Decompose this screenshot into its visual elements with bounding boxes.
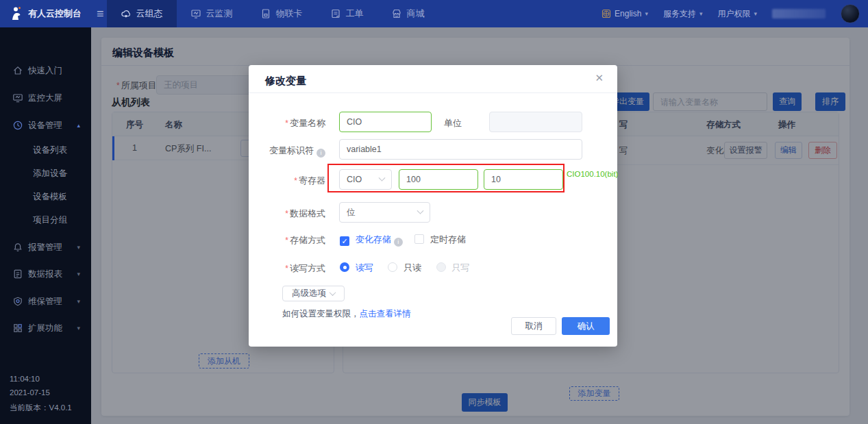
primary-nav: 云组态 云监测 物联卡 工单 — [107, 0, 438, 27]
register-bit-input[interactable] — [484, 169, 563, 190]
chevron-down-icon — [330, 289, 336, 296]
support-dropdown[interactable]: 服务支持 ▾ — [663, 8, 703, 20]
sidebar-item-device-management[interactable]: 设备管理 ▴ — [0, 118, 91, 133]
app-root: 有人云控制台 ≡ 云组态 云监测 物联卡 — [0, 0, 868, 424]
nav-tab-label: 云监测 — [206, 8, 233, 20]
nav-tab-work-order[interactable]: 工单 — [317, 0, 377, 27]
close-icon[interactable]: ✕ — [595, 72, 604, 84]
usr-person-logo-icon — [10, 6, 23, 21]
sidebar-item-label: 报警管理 — [28, 242, 62, 253]
permission-dropdown[interactable]: 用户权限 ▾ — [717, 8, 757, 20]
advanced-options-label: 高级选项 — [292, 288, 326, 299]
chevron-down-icon — [417, 207, 424, 214]
writeonly-radio-label: 只写 — [451, 262, 469, 273]
nav-tab-label: 商城 — [407, 8, 425, 20]
report-icon — [12, 269, 23, 279]
home-icon — [12, 65, 23, 76]
chevron-down-icon: ▾ — [77, 298, 80, 305]
nav-tab-iot-sim[interactable]: 物联卡 — [247, 0, 317, 27]
nav-tab-cloud-monitor[interactable]: 云监测 — [177, 0, 247, 27]
cloud-icon — [121, 8, 132, 19]
sidebar-subitem-project-group[interactable]: 项目分组 — [33, 214, 67, 226]
timed-storage-checkbox[interactable] — [414, 234, 424, 244]
sidebar-subitem-device-template[interactable]: 设备模板 — [33, 191, 67, 203]
sidebar-item-monitor-screen[interactable]: 监控大屏 — [0, 90, 91, 105]
work-order-icon — [330, 8, 341, 19]
chevron-down-icon — [379, 174, 386, 181]
writeonly-radio[interactable] — [436, 262, 446, 272]
mall-icon — [391, 8, 402, 19]
confirm-button[interactable]: 确认 — [562, 317, 610, 335]
change-storage-checkbox[interactable]: ✓ — [340, 236, 349, 246]
variable-name-input[interactable] — [339, 112, 432, 132]
top-navigation-bar: 有人云控制台 ≡ 云组态 云监测 物联卡 — [0, 0, 868, 27]
sidebar-item-extensions[interactable]: 扩展功能 ▾ — [0, 321, 91, 336]
chevron-down-icon: ▾ — [645, 10, 648, 17]
required-asterisk: * — [285, 209, 288, 219]
sidebar-subitem-add-device[interactable]: 添加设备 — [33, 168, 67, 179]
sidebar-subitem-device-list[interactable]: 设备列表 — [33, 145, 67, 156]
language-label: English — [615, 9, 641, 18]
extensions-grid-icon — [12, 323, 23, 334]
advanced-options-button[interactable]: 高级选项 — [282, 286, 345, 301]
data-format-select[interactable]: 位 — [339, 202, 430, 223]
shield-icon — [12, 296, 23, 307]
sidebar-item-maintenance[interactable]: 维保管理 ▾ — [0, 294, 91, 309]
readwrite-radio[interactable] — [340, 262, 349, 272]
nav-tab-cloud-scada[interactable]: 云组态 — [107, 0, 177, 27]
logo[interactable]: 有人云控制台 — [0, 6, 91, 21]
sidebar-item-label: 监控大屏 — [28, 92, 62, 104]
change-storage-label: 变化存储 — [356, 234, 391, 245]
cancel-button[interactable]: 取消 — [511, 317, 556, 335]
required-asterisk: * — [285, 236, 288, 245]
sidebar-item-alarm-management[interactable]: 报警管理 ▾ — [0, 240, 91, 255]
device-gauge-icon — [12, 120, 23, 131]
nav-tab-label: 物联卡 — [276, 8, 303, 20]
register-type-select[interactable]: CIO — [339, 169, 392, 190]
storage-options: ✓ 变化存储i 定时存储 — [340, 234, 466, 247]
chevron-down-icon: ▾ — [699, 10, 703, 17]
globe-icon — [602, 9, 611, 18]
readonly-radio[interactable] — [388, 262, 397, 272]
language-dropdown[interactable]: English ▾ — [602, 9, 648, 18]
sidebar-item-label: 数据报表 — [28, 269, 62, 280]
sidebar-item-label: 扩展功能 — [28, 323, 62, 334]
info-icon[interactable]: i — [317, 149, 325, 158]
readonly-radio-label: 只读 — [404, 262, 421, 273]
collapse-menu-icon[interactable]: ≡ — [97, 7, 104, 21]
support-label: 服务支持 — [663, 8, 696, 20]
nav-tab-label: 云组态 — [136, 8, 163, 20]
user-avatar[interactable] — [841, 4, 860, 23]
data-format-value: 位 — [347, 207, 418, 219]
nav-tab-mall[interactable]: 商城 — [377, 0, 438, 27]
sidebar-item-label: 设备管理 — [28, 120, 62, 132]
variable-identifier-input[interactable] — [339, 139, 582, 160]
variable-identifier-label: 变量标识符i — [249, 145, 325, 158]
info-icon[interactable]: i — [394, 238, 403, 247]
readwrite-options: 读写 只读 只写 — [340, 262, 469, 274]
sidebar-item-label: 维保管理 — [28, 296, 62, 308]
topbar-right-cluster: English ▾ 服务支持 ▾ 用户权限 ▾ — [602, 0, 860, 27]
sidebar-clock-date: 2021-07-15 — [10, 388, 50, 397]
chevron-down-icon: ▾ — [77, 325, 80, 332]
redacted-username — [772, 9, 826, 18]
help-text: 如何设置变量权限， — [282, 309, 360, 319]
divider — [249, 92, 617, 93]
storage-method-label: *存储方式 — [249, 234, 325, 247]
readwrite-method-label: *读写方式 — [249, 262, 325, 275]
permission-label: 用户权限 — [717, 8, 750, 20]
chevron-up-icon: ▴ — [77, 122, 80, 129]
timed-storage-label: 定时存储 — [430, 234, 466, 245]
modal-title: 修改变量 — [265, 75, 306, 88]
chevron-down-icon: ▾ — [754, 10, 757, 17]
view-details-link[interactable]: 点击查看详情 — [360, 309, 411, 319]
unit-input[interactable] — [489, 112, 582, 132]
required-asterisk: * — [285, 264, 288, 273]
sidebar-clock-time: 11:04:10 — [10, 375, 40, 383]
nav-tab-label: 工单 — [346, 8, 364, 20]
sidebar-item-quick-start[interactable]: 快速入门 — [0, 63, 91, 78]
help-line: 如何设置变量权限，点击查看详情 — [282, 308, 411, 320]
sidebar-item-data-report[interactable]: 数据报表 ▾ — [0, 266, 91, 282]
register-preview-text: CIO100.10(bit) — [567, 170, 618, 178]
register-address-input[interactable] — [399, 169, 478, 190]
